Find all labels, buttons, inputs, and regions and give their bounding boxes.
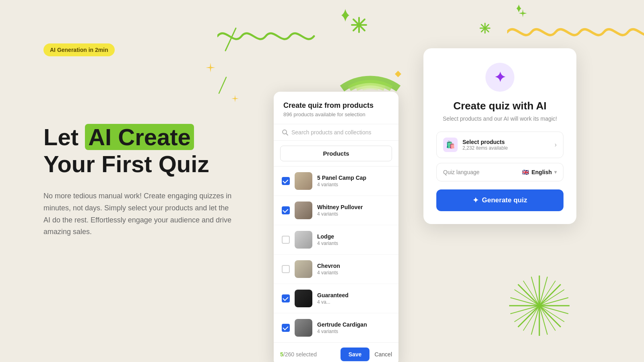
list-item[interactable]: 5 Panel Camp Cap 4 variants	[274, 167, 398, 196]
ai-sparkle-icon: ✦	[494, 69, 506, 85]
product-image	[295, 231, 312, 249]
product-name: Guaranteed	[317, 292, 390, 298]
product-name: Lodge	[317, 233, 390, 240]
list-item[interactable]: Guaranteed 4 va...	[274, 284, 398, 313]
product-variants: 4 variants	[317, 270, 390, 276]
selected-count: 5/260 selected	[280, 351, 317, 358]
language-row[interactable]: Quiz language 🇬🇧 English ▾	[436, 163, 564, 181]
product-image	[295, 260, 312, 278]
product-variants: 4 variants	[317, 211, 390, 217]
product-image	[295, 319, 312, 337]
hero-subtext: No more tedious manual work! Create enga…	[43, 190, 237, 238]
product-checkbox[interactable]	[282, 206, 290, 214]
product-name: Whitney Pullover	[317, 204, 390, 210]
left-section: AI Generation in 2min Let AI Create Your…	[0, 0, 274, 362]
save-bar: 5/260 selected Save Cancel	[274, 342, 398, 362]
product-name: Chevron	[317, 263, 390, 269]
svg-line-18	[514, 290, 564, 322]
flag-icon: 🇬🇧	[522, 169, 529, 175]
svg-line-14	[510, 298, 568, 314]
svg-line-17	[523, 281, 555, 331]
ai-badge: AI Generation in 2min	[43, 43, 115, 56]
product-checkbox[interactable]	[282, 236, 290, 244]
svg-line-10	[518, 284, 561, 327]
product-checkbox[interactable]	[282, 177, 290, 185]
tabs-row: Products	[274, 141, 398, 167]
save-button[interactable]: Save	[341, 348, 370, 361]
product-checkbox[interactable]	[282, 294, 290, 302]
list-item[interactable]: Whitney Pullover 4 variants	[274, 196, 398, 225]
select-products-row[interactable]: 🛍️ Select products 2,232 items available…	[436, 132, 564, 158]
list-item[interactable]: Gertrude Cardigan 4 variants	[274, 313, 398, 342]
headline-prefix: Let	[43, 124, 85, 150]
select-products-count: 2,232 items available	[462, 145, 550, 151]
product-name: Gertrude Cardigan	[317, 321, 390, 328]
svg-line-19	[514, 290, 564, 322]
product-image	[295, 172, 312, 190]
svg-line-11	[518, 284, 561, 327]
svg-line-2	[353, 19, 365, 31]
ai-card-title: Create quiz with AI	[436, 100, 564, 112]
svg-line-15	[510, 298, 568, 314]
product-info: Lodge 4 variants	[317, 233, 390, 246]
product-name: 5 Panel Camp Cap	[317, 175, 390, 181]
modal-header: Create quiz from products 896 products a…	[274, 92, 398, 124]
product-list: 5 Panel Camp Cap 4 variants Whitney Pull…	[274, 167, 398, 342]
ai-card: ✦ Create quiz with AI Select products an…	[423, 48, 576, 224]
svg-line-12	[531, 277, 547, 335]
svg-line-6	[481, 25, 489, 32]
cancel-button[interactable]: Cancel	[374, 351, 392, 358]
product-info: Gertrude Cardigan 4 variants	[317, 321, 390, 334]
product-checkbox[interactable]	[282, 324, 290, 332]
product-variants: 4 variants	[317, 329, 390, 334]
search-icon	[282, 129, 288, 136]
headline: Let AI Create Your First Quiz	[43, 124, 274, 177]
select-products-info: Select products 2,232 items available	[462, 139, 550, 151]
product-variants: 4 variants	[317, 182, 390, 187]
chevron-right-icon: ›	[555, 141, 557, 148]
svg-line-7	[481, 25, 489, 32]
headline-highlight: AI Create	[85, 124, 194, 150]
select-products-label: Select products	[462, 139, 550, 145]
generate-quiz-button[interactable]: ✦ Generate quiz	[436, 189, 564, 211]
bag-icon: 🛍️	[443, 138, 458, 152]
language-name: English	[531, 169, 552, 175]
svg-line-16	[523, 281, 555, 331]
product-checkbox[interactable]	[282, 265, 290, 273]
products-tab[interactable]: Products	[280, 146, 392, 161]
search-bar[interactable]: Search products and collections	[274, 124, 398, 141]
svg-line-3	[353, 19, 365, 31]
product-info: 5 Panel Camp Cap 4 variants	[317, 175, 390, 187]
product-info: Whitney Pullover 4 variants	[317, 204, 390, 217]
ai-icon-wrap: ✦	[485, 63, 514, 92]
product-info: Guaranteed 4 va...	[317, 292, 390, 305]
chevron-down-icon: ▾	[554, 169, 557, 175]
ai-card-subtitle: Select products and our AI will work its…	[436, 115, 564, 122]
language-value: 🇬🇧 English ▾	[522, 169, 557, 175]
product-info: Chevron 4 variants	[317, 263, 390, 276]
search-placeholder: Search products and collections	[291, 129, 371, 136]
svg-line-13	[531, 277, 547, 335]
product-image	[295, 202, 312, 219]
total-count: 260	[285, 351, 294, 358]
selected-label: selected	[296, 351, 317, 358]
modal-subtitle: 896 products available for selection	[283, 111, 389, 117]
headline-suffix: Your First Quiz	[43, 151, 209, 177]
product-variants: 4 variants	[317, 241, 390, 246]
product-image	[295, 290, 312, 307]
selected-count-number: 5	[280, 351, 283, 358]
list-item[interactable]: Lodge 4 variants	[274, 225, 398, 255]
modal-title: Create quiz from products	[283, 101, 389, 110]
generate-quiz-label: Generate quiz	[482, 196, 527, 204]
product-modal: Create quiz from products 896 products a…	[274, 92, 398, 362]
sparkle-btn-icon: ✦	[473, 196, 479, 205]
product-variants: 4 va...	[317, 299, 390, 305]
list-item[interactable]: Chevron 4 variants	[274, 255, 398, 284]
svg-line-23	[286, 134, 288, 135]
language-label: Quiz language	[443, 169, 479, 175]
